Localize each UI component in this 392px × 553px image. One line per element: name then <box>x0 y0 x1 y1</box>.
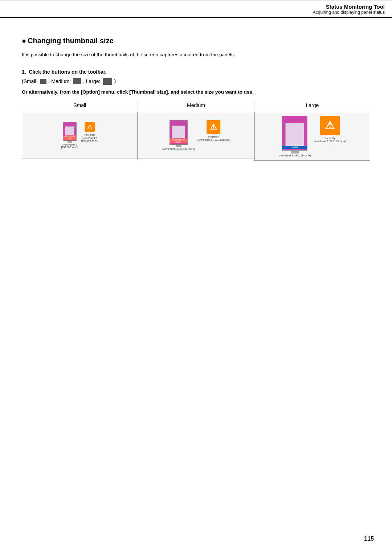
medium-label-prefix: , Medium: <box>49 78 71 84</box>
large-warning-thumb: ⚠ No Reply New Panel 2 [192.168.xx.xx] <box>314 116 346 143</box>
preview-col-medium: Medium Acquiring panel status New Panel … <box>138 102 254 161</box>
preview-row: Small Acquiring panel status New Panel 1… <box>22 102 370 161</box>
preview-large-box: SHARP New Panel 1 [192.168.xx.xx] ⚠ No R… <box>254 112 370 161</box>
page-number: 115 <box>364 536 374 542</box>
medium-warning-thumb: ⚠ No Reply New Panel 2 [192.168.xx.xx] <box>197 120 230 141</box>
medium-panel-1: Acquiring panel status New Panel 1 [192.… <box>162 120 195 150</box>
medium-panel-label-1: New Panel 1 [192.168.xx.xx] <box>162 148 195 150</box>
small-status-badge: Acquiring panel status <box>63 135 76 140</box>
small-size-box[interactable] <box>40 79 46 84</box>
small-warning-icon: ⚠ <box>85 122 95 132</box>
large-panel-1: SHARP New Panel 1 [192.168.xx.xx] <box>279 116 311 157</box>
medium-thumb-container: Acquiring panel status New Panel 1 [192.… <box>162 120 229 150</box>
medium-warning-icon: ⚠ <box>207 120 220 134</box>
preview-small-header: Small <box>22 102 138 110</box>
small-panel-1: Acquiring panel status New Panel 1[192.1… <box>61 122 78 148</box>
large-title-bar <box>282 116 307 118</box>
medium-stand-1 <box>176 145 181 147</box>
large-panel-label-1: New Panel 1 [192.168.xx.xx] <box>279 154 311 157</box>
preview-col-large: Large SHARP New Panel 1 [192.168.xx.xx] <box>254 102 370 161</box>
preview-large-header: Large <box>254 102 370 110</box>
small-thumb-container: Acquiring panel status New Panel 1[192.1… <box>61 122 98 148</box>
medium-size-box[interactable] <box>73 78 81 84</box>
medium-status-badge: Acquiring panel status <box>170 138 187 143</box>
small-panel-screen-1: Acquiring panel status <box>63 122 77 141</box>
toolbar-close: ) <box>114 78 116 84</box>
large-panel-screen-1: SHARP <box>282 116 307 151</box>
large-size-box[interactable] <box>103 78 112 85</box>
large-label-prefix: , Large: <box>83 78 100 84</box>
large-thumb-container: SHARP New Panel 1 [192.168.xx.xx] ⚠ No R… <box>279 116 346 157</box>
preview-col-small: Small Acquiring panel status New Panel 1… <box>22 102 138 161</box>
large-screen-inner-1 <box>285 123 304 148</box>
header-subtitle: Acquiring and displaying panel status <box>0 10 385 15</box>
small-stand-1 <box>68 141 72 143</box>
small-label: (Small: <box>22 78 38 84</box>
large-no-reply-label: No Reply <box>324 137 335 139</box>
small-panel-label-1: New Panel 1[192.168.xx.xx] <box>61 143 78 148</box>
small-panel-label-2: New Panel 2[192.168.xx.xx] <box>81 137 98 142</box>
alternative-text: Or alternatively, from the [Option] menu… <box>22 89 370 96</box>
main-content: Changing thumbnail size It is possible t… <box>0 26 392 172</box>
preview-medium-box: Acquiring panel status New Panel 1 [192.… <box>138 112 254 159</box>
medium-no-reply-label: No Reply <box>208 135 219 138</box>
large-warning-icon: ⚠ <box>320 116 340 135</box>
large-panel-label-2: New Panel 2 [192.168.xx.xx] <box>314 140 346 143</box>
medium-panel-label-2: New Panel 2 [192.168.xx.xx] <box>197 139 230 141</box>
page-header: Status Monitoring Tool Acquiring and dis… <box>0 0 392 18</box>
small-no-reply-label: No Reply <box>85 134 95 136</box>
toolbar-size-line: (Small: , Medium: , Large: ) <box>22 78 370 85</box>
medium-panel-screen-1: Acquiring panel status <box>170 120 188 145</box>
small-title-bar <box>63 122 76 124</box>
header-title: Status Monitoring Tool <box>0 4 385 10</box>
step-number-label: 1. Click the buttons on the toolbar. <box>22 69 370 75</box>
small-warning-thumb: ⚠ No Reply New Panel 2[192.168.xx.xx] <box>81 122 98 142</box>
section-title: Changing thumbnail size <box>22 37 370 45</box>
large-stand-1 <box>291 151 299 153</box>
step-1: 1. Click the buttons on the toolbar. (Sm… <box>22 69 370 96</box>
preview-medium-header: Medium <box>138 102 254 110</box>
section-description: It is possible to change the size of the… <box>22 51 370 59</box>
medium-title-bar <box>170 120 187 122</box>
preview-small-box: Acquiring panel status New Panel 1[192.1… <box>22 112 138 159</box>
large-status-badge-sharp: SHARP <box>282 146 307 149</box>
